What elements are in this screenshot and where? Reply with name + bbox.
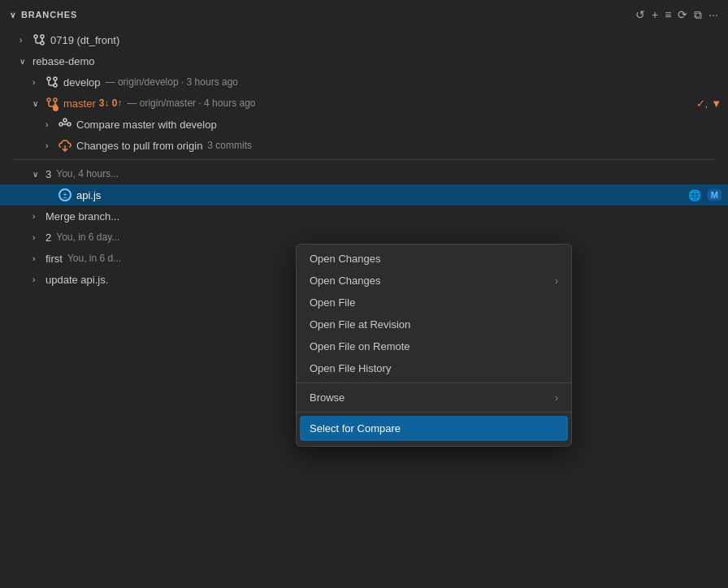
branch-icon [32,33,46,46]
chevron-icon: › [32,233,46,242]
add-branch-icon[interactable]: + [652,8,658,21]
branch-name-master: master [63,97,96,110]
menu-divider-2 [297,412,571,413]
file-item-actions: 🌐 M [688,189,722,201]
panel-title: ∨ BRANCHES [10,10,77,19]
m-badge: M [708,189,722,201]
menu-item-open-file-history[interactable]: Open File History [297,357,571,379]
submenu-arrow-browse-icon: › [555,392,558,404]
branch-item-develop[interactable]: › develop — origin/develop · 3 hours ago [0,71,728,93]
chevron-icon: ∨ [32,170,46,179]
commit-count-2: 2 [46,231,51,244]
svg-point-1 [41,41,44,45]
menu-item-open-changes-2[interactable]: Open Changes › [297,270,571,292]
merge-branch-label: Merge branch... [46,210,119,223]
commit-count: 3 [46,168,51,180]
compare-label: Compare master with develop [76,119,217,131]
commit-update-api-label: update api.js. [46,274,108,286]
globe-icon: 🌐 [688,189,701,201]
menu-label-browse: Browse [310,391,344,404]
more-icon[interactable]: ··· [708,8,718,21]
panel-collapse-icon[interactable]: ∨ [10,11,16,19]
changes-pull-label: Changes to pull from origin [76,140,202,152]
menu-label-open-changes-1: Open Changes [310,253,380,265]
svg-point-0 [34,35,37,38]
branch-name-0719: 0719 (dt_front) [50,34,119,46]
svg-point-2 [41,35,44,38]
chevron-icon: › [20,36,32,45]
branch-master-actions: ✓, ▼ [696,97,722,110]
menu-label-open-file-revision: Open File at Revision [310,318,410,331]
chevron-icon: › [32,212,46,221]
svg-point-15 [59,123,63,126]
cloud-download-icon [58,139,72,152]
chevron-icon: › [32,254,46,263]
menu-label-open-changes-2: Open Changes [310,275,380,287]
commit-group-3[interactable]: ∨ 3 You, 4 hours... [0,163,728,184]
svg-point-17 [63,119,67,122]
list-icon[interactable]: ≡ [665,8,671,21]
branch-item-rebase-demo[interactable]: ∨ rebase-demo [0,50,728,71]
context-menu: Open Changes Open Changes › Open File Op… [296,244,572,447]
menu-item-open-file-remote[interactable]: Open File on Remote [297,335,571,357]
svg-point-7 [54,77,57,80]
header-actions: ↺ + ≡ ⟳ ⧉ ··· [635,8,718,22]
menu-item-select-compare[interactable]: Select for Compare [300,416,568,441]
panel-header: ∨ BRANCHES ↺ + ≡ ⟳ ⧉ ··· [0,0,728,29]
refresh-icon[interactable]: ⟳ [678,8,687,21]
down-triangle-icon: ▼ [711,97,722,110]
svg-point-16 [67,123,71,126]
branch-badge-master: 3↓ 0↑ [99,97,123,109]
changes-pull-meta: 3 commits [207,140,252,151]
branch-meta-master: — origin/master · 4 hours ago [127,97,255,109]
menu-item-open-file-revision[interactable]: Open File at Revision [297,313,571,335]
compare-icon [58,118,72,131]
commit-first-label: first [46,253,63,265]
branch-item-master[interactable]: ∨ master 3↓ 0↑ — origin/master · 4 hours… [0,93,728,114]
branch-item-0719[interactable]: › 0719 (dt_front) [0,29,728,50]
menu-item-open-file[interactable]: Open File [297,292,571,313]
commit-meta: You, 4 hours... [56,168,119,179]
branch-name-rebase-demo: rebase-demo [32,55,95,67]
submenu-arrow-icon: › [555,275,558,287]
branch-item-changes-pull[interactable]: › Changes to pull from origin 3 commits [0,135,728,156]
commit-first-meta: You, in 6 d... [67,253,121,264]
chevron-icon: › [32,275,46,284]
chevron-icon: › [32,78,46,87]
chevron-icon: ∨ [20,57,32,66]
file-item-api-js[interactable]: ± api.js 🌐 M [0,184,728,205]
svg-point-10 [47,98,50,102]
menu-label-open-file: Open File [310,296,355,309]
branches-panel: ∨ BRANCHES ↺ + ≡ ⟳ ⧉ ··· › 0719 (dt_fron… [0,0,728,588]
branch-icon [46,76,58,89]
svg-point-12 [54,98,57,102]
branch-name-develop: develop [63,76,101,89]
menu-item-open-changes-1[interactable]: Open Changes [297,248,571,270]
menu-label-open-file-history: Open File History [310,362,391,374]
svg-point-6 [54,84,57,87]
file-name-api-js: api.js [76,189,101,201]
fetch-icon[interactable]: ↺ [635,8,645,21]
menu-label-select-compare: Select for Compare [310,422,401,435]
commit-merge-branch[interactable]: › Merge branch... [0,205,728,227]
menu-item-browse[interactable]: Browse › [297,387,571,409]
branch-meta-develop: — origin/develop · 3 hours ago [106,76,238,88]
chevron-icon: › [46,120,58,129]
chevron-icon: ∨ [32,99,46,108]
section-divider [13,159,715,160]
commit-meta-2: You, in 6 day... [56,231,119,243]
svg-point-5 [47,77,50,80]
checkmark-icon: ✓, [696,97,708,110]
file-modified-icon: ± [58,188,72,201]
chevron-icon: › [46,141,58,150]
menu-label-open-file-remote: Open File on Remote [310,340,410,352]
panel-title-text: BRANCHES [21,10,77,19]
branch-item-compare[interactable]: › Compare master with develop [0,114,728,135]
menu-divider [297,383,571,383]
clone-icon[interactable]: ⧉ [694,8,702,22]
